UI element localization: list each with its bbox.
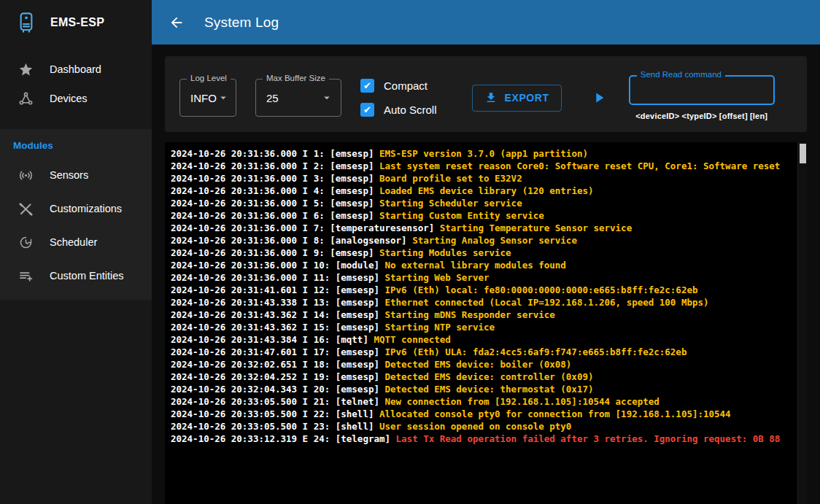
sidebar-nav: Dashboard Devices xyxy=(0,44,152,113)
sidebar-item-devices[interactable]: Devices xyxy=(0,84,152,113)
log-line: 2024-10-26 20:31:43.362 I 15: [emsesp] S… xyxy=(171,321,801,333)
log-line: 2024-10-26 20:32:04.343 I 20: [emsesp] D… xyxy=(171,383,801,395)
app-title: EMS-ESP xyxy=(50,16,104,29)
sidebar-item-customizations[interactable]: Customizations xyxy=(0,192,152,225)
log-level-select[interactable]: Log Level INFO xyxy=(179,79,236,117)
log-line: 2024-10-26 20:31:36.000 I 9: [emsesp] St… xyxy=(171,247,801,259)
log-line: 2024-10-26 20:31:36.000 I 6: [emsesp] St… xyxy=(171,209,801,222)
log-line: 2024-10-26 20:31:43.362 I 14: [emsesp] S… xyxy=(171,309,801,321)
chevron-down-icon xyxy=(217,91,230,104)
log-line: 2024-10-26 20:31:47.601 I 17: [emsesp] I… xyxy=(171,346,801,358)
app-logo-icon xyxy=(13,9,39,36)
sidebar-item-label: Custom Entities xyxy=(50,270,124,282)
export-button[interactable]: EXPORT xyxy=(472,85,562,112)
back-button[interactable] xyxy=(166,12,187,33)
log-line: 2024-10-26 20:33:05.500 I 23: [shell] Us… xyxy=(171,420,801,433)
page-title: System Log xyxy=(204,15,279,31)
sidebar-item-custom-entities[interactable]: Custom Entities xyxy=(0,259,152,292)
log-line: 2024-10-26 20:31:36.000 I 4: [emsesp] Lo… xyxy=(171,185,801,197)
scrollbar[interactable] xyxy=(797,142,807,504)
checkbox-group: Compact Auto Scroll xyxy=(360,79,437,117)
log-line: 2024-10-26 20:31:36.000 I 1: [emsesp] EM… xyxy=(171,147,801,160)
sidebar-item-label: Customizations xyxy=(50,203,122,214)
play-icon xyxy=(591,90,607,106)
log-line: 2024-10-26 20:31:36.000 I 8: [analogsens… xyxy=(171,234,801,247)
log-line: 2024-10-26 20:31:36.000 I 11: [emsesp] S… xyxy=(171,271,801,284)
sidebar-header: EMS-ESP xyxy=(0,0,152,44)
scrollbar-thumb[interactable] xyxy=(800,144,806,163)
sidebar-item-sensors[interactable]: Sensors xyxy=(0,158,152,192)
log-line: 2024-10-26 20:31:36.000 I 7: [temperatur… xyxy=(171,222,801,234)
sensors-icon xyxy=(18,167,34,183)
log-line: 2024-10-26 20:31:36.000 I 2: [emsesp] La… xyxy=(171,160,801,172)
max-buffer-size-label: Max Buffer Size xyxy=(263,74,329,82)
send-button[interactable] xyxy=(588,87,610,109)
sidebar-item-dashboard[interactable]: Dashboard xyxy=(0,55,152,84)
max-buffer-size-value: 25 xyxy=(266,92,279,104)
star-icon xyxy=(18,61,34,77)
sidebar: EMS-ESP Dashboard Devices Modules xyxy=(0,0,152,504)
send-read-helper-text: <deviceID> <typeID> [offset] [len] xyxy=(635,112,767,120)
log-line: 2024-10-26 20:31:36.000 I 10: [module] N… xyxy=(171,259,801,271)
system-log-output[interactable]: 2024-10-26 20:31:36.000 I 1: [emsesp] EM… xyxy=(165,142,807,504)
modules-section: Modules Sensors Customizations xyxy=(0,129,152,300)
log-level-label: Log Level xyxy=(187,74,231,82)
checkbox-icon[interactable] xyxy=(360,103,374,117)
content: Log Level INFO Max Buffer Size 25 Compac… xyxy=(152,44,820,504)
log-line: 2024-10-26 20:31:43.338 I 13: [emsesp] E… xyxy=(171,296,801,309)
log-line: 2024-10-26 20:32:04.252 I 19: [emsesp] D… xyxy=(171,371,801,383)
sidebar-item-scheduler[interactable]: Scheduler xyxy=(0,225,152,259)
download-icon xyxy=(484,91,498,104)
log-line: 2024-10-26 20:31:36.000 I 3: [emsesp] Bo… xyxy=(171,172,801,185)
schedule-icon xyxy=(18,234,34,250)
log-lines: 2024-10-26 20:31:36.000 I 1: [emsesp] EM… xyxy=(165,142,807,450)
log-level-value: INFO xyxy=(190,92,217,104)
sidebar-item-label: Dashboard xyxy=(50,63,101,75)
log-line: 2024-10-26 20:31:36.000 I 5: [emsesp] St… xyxy=(171,197,801,209)
send-read-group: Send Read command <deviceID> <typeID> [o… xyxy=(629,75,775,120)
log-controls-card: Log Level INFO Max Buffer Size 25 Compac… xyxy=(165,56,807,132)
arrow-left-icon xyxy=(169,15,185,31)
log-line: 2024-10-26 20:33:05.500 I 21: [telnet] N… xyxy=(171,395,801,408)
sidebar-item-label: Scheduler xyxy=(50,236,97,248)
log-line: 2024-10-26 20:31:41.601 I 12: [emsesp] I… xyxy=(171,284,801,296)
devices-icon xyxy=(18,90,34,106)
chevron-down-icon xyxy=(320,91,333,104)
modules-section-label: Modules xyxy=(0,131,152,158)
sidebar-item-label: Sensors xyxy=(50,169,88,181)
auto-scroll-label: Auto Scroll xyxy=(384,104,437,116)
compact-label: Compact xyxy=(384,80,428,92)
tools-icon xyxy=(18,201,34,217)
auto-scroll-checkbox[interactable]: Auto Scroll xyxy=(360,103,437,117)
export-button-label: EXPORT xyxy=(505,92,549,104)
main-area: System Log Log Level INFO Max Buffer Siz… xyxy=(152,0,820,504)
max-buffer-size-select[interactable]: Max Buffer Size 25 xyxy=(255,79,341,117)
sidebar-item-label: Devices xyxy=(50,93,88,104)
log-line: 2024-10-26 20:33:12.319 E 24: [telegram]… xyxy=(171,433,801,445)
log-line: 2024-10-26 20:31:43.384 I 16: [mqtt] MQT… xyxy=(171,333,801,346)
send-read-field[interactable]: Send Read command xyxy=(629,75,775,105)
send-read-input[interactable] xyxy=(630,77,773,104)
log-line: 2024-10-26 20:33:05.500 I 22: [shell] Al… xyxy=(171,408,801,420)
playlist-add-icon xyxy=(18,268,34,284)
compact-checkbox[interactable]: Compact xyxy=(360,79,437,93)
send-read-label: Send Read command xyxy=(637,70,725,79)
log-line: 2024-10-26 20:32:02.651 I 18: [emsesp] D… xyxy=(171,358,801,371)
appbar: System Log xyxy=(152,0,820,44)
checkbox-icon[interactable] xyxy=(360,79,374,93)
